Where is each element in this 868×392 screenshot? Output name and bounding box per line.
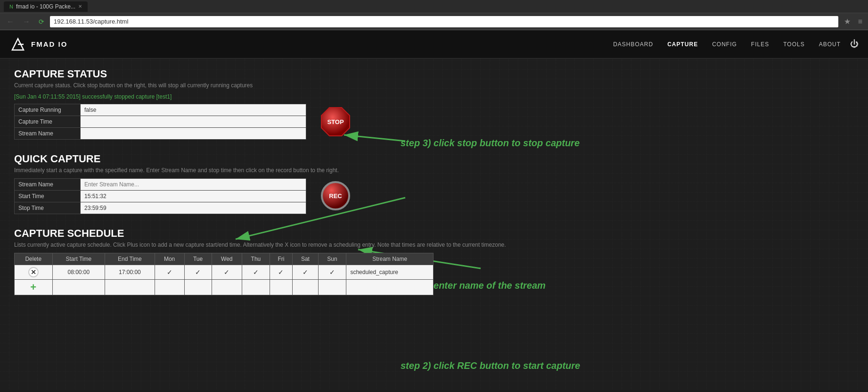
thu-check: ✓ — [253, 268, 259, 276]
table-row: ✕ 08:00:00 17:00:00 ✓ ✓ ✓ ✓ ✓ ✓ ✓ schedu… — [15, 265, 434, 280]
col-start-time: Start Time — [52, 253, 105, 265]
status-message: [Sun Jan 4 07:11:55 2015] successfully s… — [14, 93, 854, 100]
brand-name: FMAD IO — [31, 40, 67, 48]
table-row: Capture Running false — [15, 104, 306, 116]
quick-capture-section: QUICK CAPTURE Immediately start a captur… — [14, 153, 854, 214]
nav-config[interactable]: CONFIG — [712, 41, 737, 48]
stop-button[interactable]: STOP — [320, 107, 351, 137]
empty-cell — [293, 280, 319, 295]
delete-cell: ✕ — [15, 265, 53, 280]
col-sat: Sat — [293, 253, 319, 265]
nav-links: DASHBOARD CAPTURE CONFIG FILES TOOLS ABO… — [613, 41, 841, 48]
tab-title: fmad io - 100G Packe... — [16, 3, 75, 10]
menu-icon[interactable]: ≡ — [856, 17, 864, 27]
nav-capture[interactable]: CAPTURE — [667, 41, 698, 48]
tue-cell: ✓ — [184, 265, 212, 280]
brand-area: FMAD IO — [9, 36, 67, 53]
col-end-time: End Time — [105, 253, 155, 265]
browser-nav-bar: ← → ⟳ ★ ≡ — [0, 13, 868, 30]
capture-schedule-section: CAPTURE SCHEDULE Lists currently active … — [14, 227, 854, 295]
status-row: Capture Running false Capture Time Strea… — [14, 104, 854, 140]
field-value: 23:59:59 — [81, 202, 306, 214]
col-fri: Fri — [270, 253, 292, 265]
nav-tools[interactable]: TOOLS — [783, 41, 804, 48]
field-value: false — [81, 104, 306, 116]
empty-cell — [318, 280, 346, 295]
col-wed: Wed — [212, 253, 242, 265]
quick-capture-desc: Immediately start a capture with the spe… — [14, 167, 854, 174]
stream-name-input[interactable] — [84, 181, 302, 188]
sun-check: ✓ — [329, 268, 335, 276]
col-tue: Tue — [184, 253, 212, 265]
quick-capture-table: Stream Name Start Time 15:51:32 Stop Tim… — [14, 178, 306, 214]
empty-cell — [212, 280, 242, 295]
wed-cell: ✓ — [212, 265, 242, 280]
tab-close-icon[interactable]: ✕ — [78, 4, 82, 9]
empty-cell — [105, 280, 155, 295]
empty-cell — [155, 280, 184, 295]
table-header-row: Delete Start Time End Time Mon Tue Wed T… — [15, 253, 434, 265]
wed-check: ✓ — [224, 268, 229, 276]
add-row: + — [15, 280, 434, 295]
field-label: Capture Time — [15, 116, 81, 128]
annotation-step2: step 2) click REC button to start captur… — [401, 360, 580, 371]
rec-button-container: REC — [320, 181, 351, 212]
capture-status-table: Capture Running false Capture Time Strea… — [14, 104, 306, 140]
mon-cell: ✓ — [155, 265, 184, 280]
stream-name-cell: scheduled_capture — [346, 265, 434, 280]
field-value: 15:51:32 — [81, 191, 306, 202]
quick-capture-title: QUICK CAPTURE — [14, 153, 854, 165]
field-label: Start Time — [15, 191, 81, 202]
brand-logo-icon — [9, 36, 26, 53]
table-row: Start Time 15:51:32 — [15, 191, 306, 202]
sat-cell: ✓ — [293, 265, 319, 280]
main-content: CAPTURE STATUS Current capture status. C… — [0, 58, 868, 390]
forward-button[interactable]: → — [20, 17, 33, 27]
rec-button[interactable]: REC — [320, 181, 351, 211]
capture-status-desc: Current capture status. Click stop butto… — [14, 82, 854, 89]
end-time-cell: 17:00:00 — [105, 265, 155, 280]
empty-cell — [184, 280, 212, 295]
col-delete: Delete — [15, 253, 53, 265]
capture-status-section: CAPTURE STATUS Current capture status. C… — [14, 68, 854, 140]
empty-cell — [346, 280, 434, 295]
col-stream-name: Stream Name — [346, 253, 434, 265]
stop-button-wrapper: STOP — [320, 107, 351, 137]
delete-button[interactable]: ✕ — [28, 267, 39, 277]
capture-schedule-title: CAPTURE SCHEDULE — [14, 227, 854, 240]
field-label: Stream Name — [15, 179, 81, 191]
table-row: Stream Name — [15, 179, 306, 191]
back-button[interactable]: ← — [4, 17, 17, 27]
col-sun: Sun — [318, 253, 346, 265]
empty-cell — [52, 280, 105, 295]
thu-cell: ✓ — [242, 265, 270, 280]
top-navbar: FMAD IO DASHBOARD CAPTURE CONFIG FILES T… — [0, 30, 868, 58]
fri-cell: ✓ — [270, 265, 292, 280]
nav-dashboard[interactable]: DASHBOARD — [613, 41, 653, 48]
col-mon: Mon — [155, 253, 184, 265]
capture-schedule-desc: Lists currently active capture schedule.… — [14, 242, 854, 248]
bookmark-icon[interactable]: ★ — [841, 16, 853, 27]
svg-text:REC: REC — [329, 192, 342, 200]
table-row: Stop Time 23:59:59 — [15, 202, 306, 214]
schedule-table: Delete Start Time End Time Mon Tue Wed T… — [14, 253, 434, 295]
mon-check: ✓ — [167, 268, 172, 276]
add-cell: + — [15, 280, 53, 295]
browser-tab[interactable]: N fmad io - 100G Packe... ✕ — [4, 1, 88, 12]
address-bar[interactable] — [50, 16, 838, 27]
nav-files[interactable]: FILES — [751, 41, 769, 48]
field-value — [81, 179, 306, 191]
field-label: Capture Running — [15, 104, 81, 116]
add-schedule-button[interactable]: + — [28, 282, 39, 293]
nav-about[interactable]: ABOUT — [819, 41, 841, 48]
col-thu: Thu — [242, 253, 270, 265]
field-label: Stream Name — [15, 128, 81, 140]
stop-button-container: STOP — [320, 107, 351, 137]
fri-check: ✓ — [278, 268, 284, 276]
tab-favicon: N — [9, 4, 13, 9]
capture-status-title: CAPTURE STATUS — [14, 68, 854, 80]
tue-check: ✓ — [195, 268, 201, 276]
refresh-button[interactable]: ⟳ — [36, 17, 47, 26]
table-row: Capture Time — [15, 116, 306, 128]
power-icon[interactable]: ⏻ — [850, 39, 859, 49]
